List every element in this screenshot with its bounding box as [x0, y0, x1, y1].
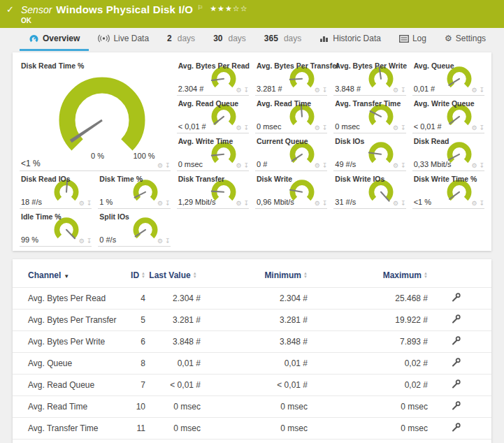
column-header-id[interactable]: ID▲▼ — [117, 259, 145, 288]
tab-historic-data[interactable]: Historic Data — [310, 28, 390, 51]
gauge-settings-icon[interactable]: ⚙ — [471, 87, 477, 94]
channel-name[interactable]: Avg. Read Time — [13, 396, 117, 418]
gauge-settings-icon[interactable]: ⚙ — [157, 162, 163, 169]
gauge-cell: Avg. Write Queue < 0,01 # ⚙↧ — [412, 98, 484, 133]
channel-name[interactable]: Avg. Read Queue — [13, 375, 117, 396]
gauge-settings-icon[interactable]: ⚙ — [157, 238, 163, 245]
big-gauge-dial — [34, 71, 164, 157]
gauge-cell: Avg. Read Queue < 0,01 # ⚙↧ — [177, 98, 249, 133]
gauge-pin-icon[interactable]: ↧ — [401, 124, 406, 131]
gauge-pin-icon[interactable]: ↧ — [401, 87, 406, 94]
gauge-pin-icon[interactable]: ↧ — [87, 200, 92, 207]
gauge-settings-icon[interactable]: ⚙ — [236, 87, 241, 94]
gauge-settings-icon[interactable]: ⚙ — [79, 200, 85, 207]
gauge-value: 3.848 # — [335, 85, 361, 93]
tab-2-days-word: days — [178, 34, 195, 43]
tab-365-days[interactable]: 365days — [255, 28, 310, 51]
channel-name[interactable]: Avg. Queue — [13, 353, 117, 375]
gauge-settings-icon[interactable]: ⚙ — [315, 124, 320, 131]
gauge-settings-icon[interactable]: ⚙ — [236, 200, 241, 207]
gauge-pin-icon[interactable]: ↧ — [322, 200, 328, 207]
channel-settings-wrench-icon[interactable] — [452, 401, 461, 410]
gauge-pin-icon[interactable]: ↧ — [165, 238, 171, 245]
gauge-settings-icon[interactable]: ⚙ — [236, 162, 241, 169]
gauge-pin-icon[interactable]: ↧ — [401, 200, 406, 207]
channel-settings-wrench-icon[interactable] — [452, 423, 461, 432]
gear-icon: ⚙ — [445, 34, 452, 43]
gauge-settings-icon[interactable]: ⚙ — [236, 124, 241, 131]
gauge-settings-icon[interactable]: ⚙ — [393, 200, 398, 207]
live-icon — [98, 34, 110, 43]
channel-settings-wrench-icon[interactable] — [452, 314, 461, 324]
status-check-icon: ✓ — [6, 4, 14, 15]
channel-last-value: 0 msec — [145, 418, 201, 440]
gauge-settings-icon[interactable]: ⚙ — [315, 200, 320, 207]
channel-minimum: 3.281 # — [201, 310, 308, 331]
gauge-settings-icon[interactable]: ⚙ — [471, 124, 477, 131]
channel-name[interactable]: Avg. Write Queue — [13, 440, 117, 443]
tab-live-data[interactable]: Live Data — [89, 28, 158, 51]
tab-2-days-number: 2 — [167, 34, 172, 43]
sensor-header: ✓ Sensor Windows Physical Disk I/O ⚐ ★★★… — [0, 0, 504, 28]
column-header-maximum[interactable]: Maximum▲▼ — [308, 259, 428, 288]
channel-name[interactable]: Avg. Bytes Per Write — [13, 331, 117, 353]
gauge-pin-icon[interactable]: ↧ — [322, 162, 328, 169]
gauge-settings-icon[interactable]: ⚙ — [79, 238, 85, 245]
gauge-pin-icon[interactable]: ↧ — [479, 162, 484, 169]
gauge-value: 0 msec — [335, 122, 359, 131]
gauge-pin-icon[interactable]: ↧ — [243, 87, 249, 94]
gauge-title: Avg. Read Queue — [178, 99, 239, 108]
gauge-pin-icon[interactable]: ↧ — [479, 124, 484, 131]
tab-365-days-number: 365 — [264, 34, 278, 43]
channel-settings-wrench-icon[interactable] — [452, 293, 461, 302]
gauge-value: 0 #/s — [99, 235, 116, 244]
channel-id: 8 — [117, 353, 145, 375]
gauge-pin-icon[interactable]: ↧ — [165, 162, 171, 169]
channel-settings-wrench-icon[interactable] — [452, 358, 461, 367]
tab-settings[interactable]: ⚙ Settings — [435, 28, 495, 51]
priority-stars[interactable]: ★★★☆☆ — [210, 4, 247, 13]
channel-maximum: 0 msec — [308, 396, 428, 418]
channel-settings-wrench-icon[interactable] — [452, 379, 461, 388]
gauge-settings-icon[interactable]: ⚙ — [393, 124, 398, 131]
gauge-settings-icon[interactable]: ⚙ — [471, 162, 477, 169]
gauge-value: 1,29 Mbit/s — [178, 198, 216, 206]
flag-icon[interactable]: ⚐ — [197, 4, 203, 11]
channel-maximum: 19.922 # — [308, 310, 428, 331]
tab-log-label: Log — [412, 34, 426, 43]
tab-30-days[interactable]: 30days — [204, 28, 255, 51]
channel-settings-wrench-icon[interactable] — [452, 336, 461, 345]
table-row: Avg. Write Queue 9 < 0,01 # < 0,01 # < 0… — [13, 440, 491, 443]
gauge-value: <1 % — [414, 198, 431, 206]
gauge-settings-icon[interactable]: ⚙ — [393, 87, 398, 94]
gauge-pin-icon[interactable]: ↧ — [243, 200, 249, 207]
gauge-pin-icon[interactable]: ↧ — [479, 200, 484, 207]
column-header-last-value[interactable]: Last Value▲▼ — [145, 259, 201, 288]
gauge-pin-icon[interactable]: ↧ — [322, 87, 328, 94]
gauge-pin-icon[interactable]: ↧ — [322, 124, 328, 131]
tab-log[interactable]: Log — [390, 28, 435, 51]
channel-minimum: 0 msec — [201, 396, 308, 418]
gauge-pin-icon[interactable]: ↧ — [243, 124, 249, 131]
gauge-value: 0 # — [257, 160, 267, 168]
column-header-minimum[interactable]: Minimum▲▼ — [201, 259, 308, 288]
gauge-settings-icon[interactable]: ⚙ — [157, 200, 163, 207]
gauge-dial — [129, 215, 161, 242]
tab-overview[interactable]: Overview — [20, 28, 89, 51]
gauge-settings-icon[interactable]: ⚙ — [315, 87, 320, 94]
gauge-settings-icon[interactable]: ⚙ — [315, 162, 320, 169]
channel-name[interactable]: Avg. Bytes Per Transfer — [13, 310, 117, 331]
gauge-dial — [365, 139, 397, 167]
gauge-settings-icon[interactable]: ⚙ — [393, 162, 398, 169]
gauge-pin-icon[interactable]: ↧ — [165, 200, 171, 207]
channel-last-value: 2.304 # — [145, 288, 201, 310]
gauge-pin-icon[interactable]: ↧ — [401, 162, 406, 169]
gauge-pin-icon[interactable]: ↧ — [479, 87, 484, 94]
gauge-pin-icon[interactable]: ↧ — [87, 238, 92, 245]
gauge-pin-icon[interactable]: ↧ — [243, 162, 249, 169]
channel-name[interactable]: Avg. Bytes Per Read — [13, 288, 117, 310]
gauge-settings-icon[interactable]: ⚙ — [471, 200, 477, 207]
channel-name[interactable]: Avg. Transfer Time — [13, 418, 117, 440]
column-header-channel[interactable]: Channel▼ — [13, 259, 117, 288]
tab-2-days[interactable]: 2days — [158, 28, 204, 51]
